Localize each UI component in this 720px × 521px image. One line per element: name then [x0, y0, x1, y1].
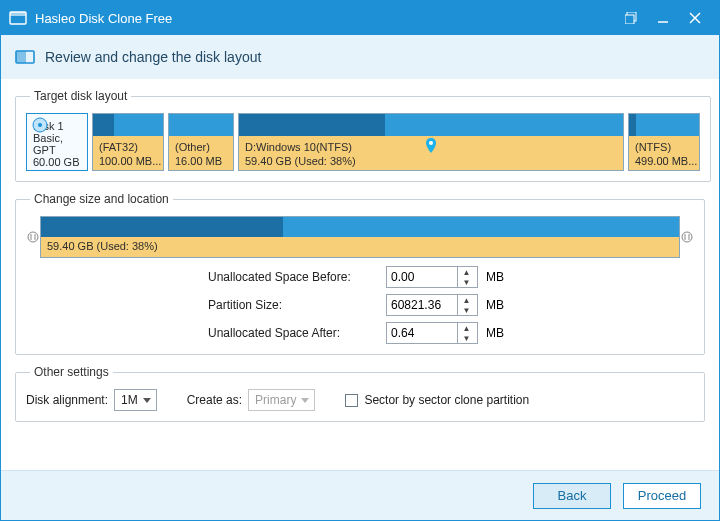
footer: Back Proceed: [1, 470, 719, 520]
restore-down-icon[interactable]: [615, 1, 647, 35]
resize-slider[interactable]: 59.40 GB (Used: 38%): [40, 216, 680, 258]
spin-up[interactable]: ▲: [458, 267, 475, 277]
disk-header-tile[interactable]: Disk 1 Basic, GPT 60.00 GB: [26, 113, 88, 171]
label-partition-size: Partition Size:: [208, 298, 378, 312]
svg-point-12: [28, 232, 38, 242]
input-partition-size[interactable]: ▲▼: [386, 294, 478, 316]
spin-up[interactable]: ▲: [458, 323, 475, 333]
pin-icon: [425, 138, 437, 158]
checkbox-sector-clone[interactable]: [345, 394, 358, 407]
partition-label: D:Windows 10(NTFS)59.40 GB (Used: 38%): [245, 140, 356, 168]
page-subheader: Review and change the disk layout: [1, 35, 719, 79]
target-layout-legend: Target disk layout: [30, 89, 131, 103]
partition-tile[interactable]: D:Windows 10(NTFS)59.40 GB (Used: 38%): [238, 113, 624, 171]
spin-down[interactable]: ▼: [458, 305, 475, 315]
svg-rect-3: [625, 15, 634, 24]
svg-point-10: [38, 123, 42, 127]
app-title: Hasleo Disk Clone Free: [35, 11, 615, 26]
resize-group: Change size and location 59.40 GB (Used:…: [15, 192, 705, 355]
partition-tile[interactable]: (NTFS)499.00 MB...: [628, 113, 700, 171]
titlebar: Hasleo Disk Clone Free: [1, 1, 719, 35]
other-settings-row: Disk alignment: 1M Create as: Primary Se…: [26, 389, 694, 411]
svg-point-15: [682, 232, 692, 242]
other-settings-legend: Other settings: [30, 365, 113, 379]
app-window: Hasleo Disk Clone Free Review and change…: [0, 0, 720, 521]
label-unalloc-after: Unallocated Space After:: [208, 326, 378, 340]
unit-before: MB: [486, 270, 512, 284]
row-partition-size: Partition Size: ▲▼ MB: [208, 294, 512, 316]
row-unalloc-after: Unallocated Space After: ▲▼ MB: [208, 322, 512, 344]
partition-label: (FAT32)100.00 MB...: [99, 140, 161, 168]
input-unalloc-before[interactable]: ▲▼: [386, 266, 478, 288]
resize-slider-row: 59.40 GB (Used: 38%): [26, 216, 694, 258]
content: Target disk layout Disk 1 Basic, GPT 60.…: [1, 79, 719, 470]
input-unalloc-after[interactable]: ▲▼: [386, 322, 478, 344]
app-logo-icon: [9, 9, 27, 27]
row-unalloc-before: Unallocated Space Before: ▲▼ MB: [208, 266, 512, 288]
partition-label: (NTFS)499.00 MB...: [635, 140, 697, 168]
resize-slider-label: 59.40 GB (Used: 38%): [47, 239, 158, 253]
disk-icon: [31, 116, 49, 136]
spin-up[interactable]: ▲: [458, 295, 475, 305]
label-sector-clone: Sector by sector clone partition: [364, 393, 529, 407]
proceed-button[interactable]: Proceed: [623, 483, 701, 509]
spin-down[interactable]: ▼: [458, 277, 475, 287]
resize-handle-left[interactable]: [26, 216, 40, 258]
resize-handle-right[interactable]: [680, 216, 694, 258]
svg-rect-8: [16, 51, 26, 63]
resize-legend: Change size and location: [30, 192, 173, 206]
unit-size: MB: [486, 298, 512, 312]
disk-size: 60.00 GB: [33, 156, 81, 168]
input-partition-size-field[interactable]: [387, 295, 457, 315]
spin-down[interactable]: ▼: [458, 333, 475, 343]
label-disk-alignment: Disk alignment:: [26, 393, 108, 407]
partition-label: (Other)16.00 MB: [175, 140, 222, 168]
select-disk-alignment[interactable]: 1M: [114, 389, 157, 411]
svg-rect-1: [10, 12, 26, 16]
resize-form: Unallocated Space Before: ▲▼ MB Partitio…: [26, 266, 694, 344]
page-subtitle: Review and change the disk layout: [45, 49, 261, 65]
unit-after: MB: [486, 326, 512, 340]
input-unalloc-after-field[interactable]: [387, 323, 457, 343]
minimize-button[interactable]: [647, 1, 679, 35]
other-settings-group: Other settings Disk alignment: 1M Create…: [15, 365, 705, 422]
target-layout-group: Target disk layout Disk 1 Basic, GPT 60.…: [15, 89, 711, 182]
close-button[interactable]: [679, 1, 711, 35]
label-unalloc-before: Unallocated Space Before:: [208, 270, 378, 284]
select-create-as: Primary: [248, 389, 315, 411]
label-create-as: Create as:: [187, 393, 242, 407]
back-button[interactable]: Back: [533, 483, 611, 509]
layout-icon: [15, 47, 35, 67]
svg-point-11: [429, 141, 433, 145]
input-unalloc-before-field[interactable]: [387, 267, 457, 287]
partition-tile[interactable]: (Other)16.00 MB: [168, 113, 234, 171]
disk-row: Disk 1 Basic, GPT 60.00 GB (FAT32)100.00…: [26, 113, 700, 171]
partition-tile[interactable]: (FAT32)100.00 MB...: [92, 113, 164, 171]
